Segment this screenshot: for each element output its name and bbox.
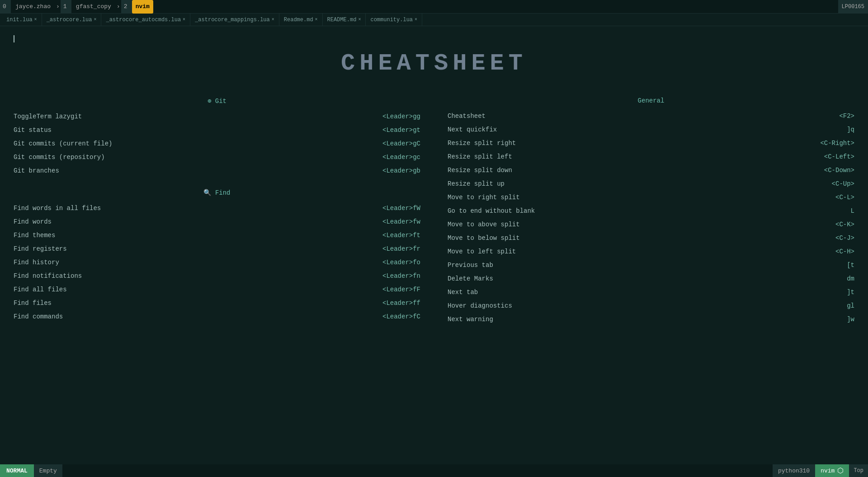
- kb-desc: Next tab: [448, 289, 847, 296]
- kb-key: <Leader>fn: [382, 272, 420, 280]
- kb-row: Find files <Leader>ff: [14, 299, 420, 308]
- kb-row: Find words <Leader>fw: [14, 217, 420, 226]
- close-icon[interactable]: ×: [94, 17, 96, 22]
- close-icon[interactable]: ×: [358, 17, 361, 22]
- kb-desc: Resize split up: [448, 180, 832, 187]
- close-icon[interactable]: ×: [183, 17, 185, 22]
- kb-desc: Resize split right: [448, 140, 820, 147]
- kb-row: Find history <Leader>fo: [14, 258, 420, 267]
- file-tab-label: Readme.md: [284, 17, 313, 23]
- kb-desc: Find words: [14, 218, 382, 225]
- kb-desc: Find notifications: [14, 272, 382, 280]
- close-icon[interactable]: ×: [272, 17, 274, 22]
- breadcrumb-sep-1: ›: [55, 0, 61, 14]
- kb-desc: Git status: [14, 126, 382, 134]
- breadcrumb: 0 jayce.zhao › 1 gfast_copy › 2 nvim: [0, 0, 153, 14]
- kb-row: Next quickfix ]q: [448, 125, 854, 134]
- breadcrumb-dir: gfast_copy: [71, 0, 116, 14]
- kb-key: <Leader>gt: [382, 126, 420, 134]
- kb-key: <C-Right>: [820, 140, 854, 147]
- status-bar: NORMAL Empty python310 nvim ⬡ Top: [0, 464, 868, 477]
- kb-desc: Git branches: [14, 167, 382, 174]
- main-content: CHEATSHEET ⊕ Git ToggleTerm lazygit <Lea…: [0, 26, 868, 464]
- file-tab-autocmds[interactable]: _astrocore_autocmds.lua ×: [101, 14, 190, 26]
- kb-key: <C-Up>: [832, 180, 854, 187]
- kb-desc: ToggleTerm lazygit: [14, 113, 382, 120]
- kb-row: Find notifications <Leader>fn: [14, 271, 420, 281]
- close-icon[interactable]: ×: [315, 17, 318, 22]
- close-icon[interactable]: ×: [415, 17, 417, 22]
- kb-desc: Cheatsheet: [448, 112, 839, 120]
- git-section-header: ⊕ Git: [14, 97, 420, 105]
- kb-key: ]t: [847, 289, 854, 296]
- kb-desc: Resize split down: [448, 167, 824, 174]
- file-tab-astrocore[interactable]: _astrocore.lua ×: [42, 14, 102, 26]
- kb-key: <Leader>ff: [382, 299, 420, 307]
- kb-row: Find all files <Leader>fF: [14, 285, 420, 294]
- kb-desc: Previous tab: [448, 262, 847, 269]
- kb-desc: Hover diagnostics: [448, 302, 847, 309]
- kb-desc: Find history: [14, 259, 382, 266]
- page-title: CHEATSHEET: [14, 50, 854, 77]
- kb-desc: Next quickfix: [448, 126, 847, 133]
- file-tab-label: _astrocore_autocmds.lua: [106, 17, 181, 23]
- file-tab-community[interactable]: community.lua ×: [366, 14, 422, 26]
- find-section-header: 🔍 Find: [14, 189, 420, 196]
- file-tab-label: _astrocore_mappings.lua: [195, 17, 270, 23]
- kb-key: <Leader>ft: [382, 232, 420, 239]
- kb-row: ToggleTerm lazygit <Leader>gg: [14, 112, 420, 121]
- kb-desc: Move to right split: [448, 194, 835, 201]
- git-section: ⊕ Git ToggleTerm lazygit <Leader>gg Git …: [14, 97, 420, 175]
- kb-desc: Delete Marks: [448, 275, 847, 282]
- file-tab-label: init.lua: [6, 17, 33, 23]
- kb-row: Move to left split <C-H>: [448, 247, 854, 256]
- left-column: ⊕ Git ToggleTerm lazygit <Leader>gg Git …: [14, 97, 420, 337]
- file-tab-label: _astrocore.lua: [47, 17, 92, 23]
- kb-row: Next tab ]t: [448, 288, 854, 297]
- kb-key: [t: [847, 262, 854, 269]
- file-tab-readme-md[interactable]: Readme.md ×: [279, 14, 323, 26]
- kb-desc: Git commits (current file): [14, 140, 382, 147]
- kb-row: Git commits (current file) <Leader>gC: [14, 139, 420, 148]
- kb-row: Previous tab [t: [448, 261, 854, 270]
- kb-key: dm: [847, 275, 854, 282]
- kb-row: Resize split right <C-Right>: [448, 139, 854, 148]
- status-mode: NORMAL: [0, 464, 34, 477]
- kb-key: <C-Left>: [824, 153, 854, 160]
- breadcrumb-nvim: nvim: [132, 0, 153, 14]
- kb-key: <F2>: [839, 112, 854, 120]
- general-section: General Cheatsheet <F2> Next quickfix ]q…: [448, 97, 854, 324]
- nvim-icon: ⬡: [837, 466, 844, 475]
- kb-key: <Leader>fo: [382, 259, 420, 266]
- kb-key: <C-K>: [835, 221, 854, 228]
- kb-desc: Next warning: [448, 316, 847, 323]
- kb-row: Resize split down <C-Down>: [448, 166, 854, 175]
- close-icon[interactable]: ×: [34, 17, 37, 22]
- file-tab-init[interactable]: init.lua ×: [2, 14, 42, 26]
- kb-key: <Leader>fw: [382, 218, 420, 225]
- tab-bar: 0 jayce.zhao › 1 gfast_copy › 2 nvim LP0…: [0, 0, 868, 14]
- status-branch: Empty: [34, 464, 62, 477]
- kb-desc: Resize split left: [448, 153, 824, 160]
- nvim-label: nvim: [821, 468, 835, 474]
- kb-desc: Move to above split: [448, 221, 835, 228]
- file-tab-label: community.lua: [370, 17, 413, 23]
- kb-desc: Go to end without blank: [448, 207, 851, 215]
- kb-row: Git branches <Leader>gb: [14, 166, 420, 175]
- kb-desc: Find all files: [14, 286, 382, 293]
- status-right: python310 nvim ⬡ Top: [773, 464, 868, 477]
- file-tab-mappings[interactable]: _astrocore_mappings.lua ×: [190, 14, 279, 26]
- kb-row: Find registers <Leader>fr: [14, 244, 420, 253]
- kb-key: L: [851, 207, 854, 215]
- file-tab-README[interactable]: README.md ×: [323, 14, 366, 26]
- kb-row: Resize split up <C-Up>: [448, 179, 854, 188]
- kb-desc: Find registers: [14, 245, 382, 253]
- kb-key: <C-L>: [835, 194, 854, 201]
- kb-row: Find themes <Leader>ft: [14, 231, 420, 240]
- kb-key: gl: [847, 302, 854, 309]
- file-tabs: init.lua × _astrocore.lua × _astrocore_a…: [0, 14, 868, 26]
- breadcrumb-num-0: 0: [0, 0, 11, 14]
- right-column: General Cheatsheet <F2> Next quickfix ]q…: [448, 97, 854, 337]
- kb-row: Git commits (repository) <Leader>gc: [14, 153, 420, 162]
- kb-row: Move to below split <C-J>: [448, 234, 854, 243]
